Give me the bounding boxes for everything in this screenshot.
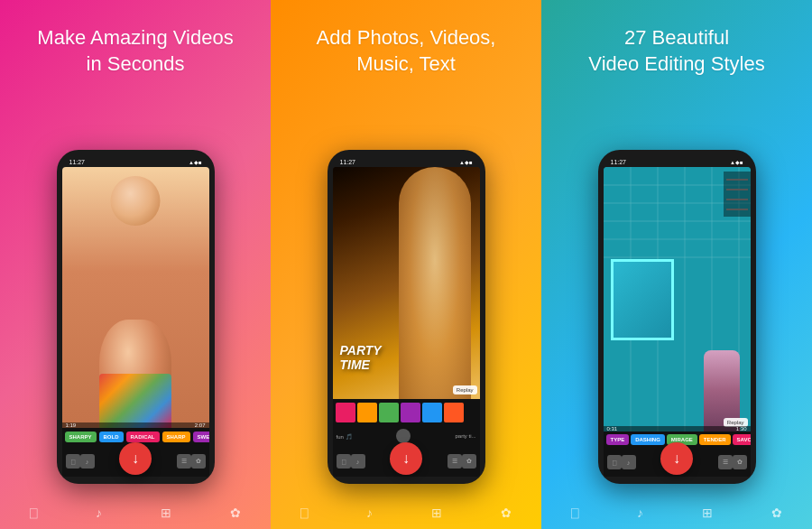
phone1-time-left: 1:19 — [66, 422, 77, 428]
icon3-sticker[interactable]: ☰ — [718, 455, 733, 469]
sticker-icon2: ☰ — [452, 458, 457, 465]
phone1-time: 11:27 — [69, 159, 86, 165]
sticker-icon3: ☰ — [723, 459, 728, 466]
icon2-sticker[interactable]: ☰ — [448, 454, 462, 469]
icon-music[interactable]: ♪ — [80, 454, 95, 469]
panel-1: Make Amazing Videos in Seconds 11:27 ▲◆■… — [0, 0, 271, 529]
photo-frame3 — [611, 259, 674, 340]
style3-dashing[interactable]: DASHING — [631, 434, 665, 445]
floating-download1[interactable]: ↓ — [119, 442, 152, 475]
style-bold[interactable]: BOLD — [99, 432, 124, 442]
icon3-music[interactable]: ♪ — [622, 455, 636, 469]
replay3-text: Replay — [727, 420, 744, 425]
style3-type[interactable]: TYPE — [606, 434, 630, 445]
camera-button[interactable] — [396, 429, 411, 443]
phone3-wrapper: 11:27 ▲◆■ — [541, 150, 812, 484]
bot-icon2-gallery[interactable]: ⎕ — [300, 506, 308, 520]
bot-icon2-fx[interactable]: ✿ — [501, 506, 512, 520]
bot-icon1-gallery[interactable]: ⎕ — [30, 506, 37, 520]
phone3-time-left: 0:31 — [607, 426, 618, 432]
phone3-time: 11:27 — [611, 159, 627, 165]
icon-gallery[interactable]: ⎕ — [66, 454, 80, 469]
floating-download3-icon: ↓ — [673, 450, 680, 467]
style3-tender[interactable]: Tender — [699, 434, 731, 445]
bot-icon2-grid[interactable]: ⊞ — [431, 506, 442, 520]
phone1: 11:27 ▲◆■ 1:19 2:07 SHARPY — [57, 150, 215, 484]
thumb3[interactable] — [379, 403, 399, 422]
music-icon: ♪ — [86, 459, 89, 465]
icon2-gallery[interactable]: ⎕ — [337, 454, 351, 469]
floating-download3[interactable]: ↓ — [660, 442, 693, 475]
phone3-icons: ▲◆■ — [730, 159, 743, 165]
phone3: 11:27 ▲◆■ — [598, 150, 756, 484]
style-sharp[interactable]: Sharp — [162, 432, 190, 442]
bar2 — [726, 189, 748, 190]
icon3-fx[interactable]: ✿ — [733, 455, 747, 469]
phone3-time-right: 1:30 — [736, 426, 747, 432]
phone1-screen: 1:19 2:07 SHARPY BOLD RADICAL Sharp Swee… — [62, 167, 209, 477]
shirt — [99, 374, 171, 428]
floating-download1-icon: ↓ — [132, 450, 139, 467]
icon2-fx[interactable]: ✿ — [462, 454, 476, 469]
music-icon3: ♪ — [627, 459, 631, 466]
fun-label: fun 🎵 — [337, 433, 352, 440]
panel-2: Add Photos, Videos, Music, Text 11:27 ▲◆… — [271, 0, 541, 529]
floating-download2-icon: ↓ — [402, 450, 410, 467]
bottom-icons1: ⎕ ♪ ⊞ ✿ — [0, 506, 271, 520]
icon-fx[interactable]: ✿ — [191, 454, 206, 469]
window-bars — [724, 172, 751, 217]
sticker-icon: ☰ — [181, 458, 187, 465]
camera-area — [396, 429, 411, 443]
bot-icon2-music[interactable]: ♪ — [366, 506, 373, 520]
thumb5[interactable] — [422, 403, 442, 422]
bot-icon1-music[interactable]: ♪ — [96, 506, 102, 520]
thumb6[interactable] — [444, 403, 464, 422]
phone2-time: 11:27 — [340, 159, 356, 165]
party-label: party ti... — [455, 433, 475, 439]
phone3-status-bar: 11:27 ▲◆■ — [604, 157, 751, 167]
icon3-gallery[interactable]: ⎕ — [607, 455, 622, 469]
phone1-status-bar: 11:27 ▲◆■ — [62, 157, 209, 167]
bottom-icons2: ⎕ ♪ ⊞ ✿ — [271, 506, 541, 520]
phone3-main: Replay 0:31 1:30 — [604, 167, 751, 432]
panel-3: 27 Beautiful Video Editing Styles 11:27 … — [541, 0, 812, 529]
phone2-status-bar: 11:27 ▲◆■ — [333, 157, 480, 167]
panel3-title: 27 Beautiful Video Editing Styles — [588, 25, 764, 77]
face-circle — [111, 176, 161, 226]
bot-icon3-grid[interactable]: ⊞ — [702, 506, 713, 520]
gallery-icon2: ⎕ — [342, 459, 346, 465]
bot-icon1-fx[interactable]: ✿ — [230, 506, 241, 520]
bot-icon3-gallery[interactable]: ⎕ — [571, 506, 578, 520]
panel1-title: Make Amazing Videos in Seconds — [37, 25, 233, 77]
fx-icon3: ✿ — [737, 459, 743, 466]
icon2-music[interactable]: ♪ — [351, 454, 365, 469]
phone2-strip — [333, 399, 480, 426]
style3-savory[interactable]: SAVORY — [733, 434, 751, 445]
icon-sticker[interactable]: ☰ — [177, 454, 191, 469]
thumb4[interactable] — [401, 403, 420, 422]
music-icon2: ♪ — [356, 459, 360, 465]
phone1-time-bar: 1:19 2:07 — [62, 422, 209, 428]
gallery-icon3: ⎕ — [613, 459, 616, 466]
replay-badge2[interactable]: Replay — [453, 385, 477, 394]
thumb2[interactable] — [357, 403, 377, 422]
phone2: 11:27 ▲◆■ PARTY TIME Replay — [328, 150, 485, 484]
thumb1[interactable] — [336, 403, 355, 422]
style-radical[interactable]: RADICAL — [126, 432, 160, 442]
bar4 — [726, 209, 748, 210]
phone2-screen: PARTY TIME Replay fun 🎵 — [333, 167, 480, 477]
bot-icon3-music[interactable]: ♪ — [637, 506, 643, 520]
style-sharpy[interactable]: SHARPY — [65, 432, 97, 442]
floating-download2[interactable]: ↓ — [390, 442, 422, 475]
phone2-main: PARTY TIME Replay — [333, 167, 480, 399]
fx-icon: ✿ — [196, 458, 201, 465]
phone1-wrapper: 11:27 ▲◆■ 1:19 2:07 SHARPY — [0, 150, 271, 484]
phone1-time-right: 2:07 — [195, 422, 206, 428]
panel2-title: Add Photos, Videos, Music, Text — [317, 25, 496, 77]
frame-photo — [614, 262, 671, 338]
bot-icon1-grid[interactable]: ⊞ — [161, 506, 171, 520]
bottom-icons3: ⎕ ♪ ⊞ ✿ — [541, 506, 812, 520]
bot-icon3-fx[interactable]: ✿ — [771, 506, 782, 520]
phone1-photo: 1:19 2:07 — [62, 167, 209, 428]
style-sweet[interactable]: Sweet — [193, 432, 209, 442]
